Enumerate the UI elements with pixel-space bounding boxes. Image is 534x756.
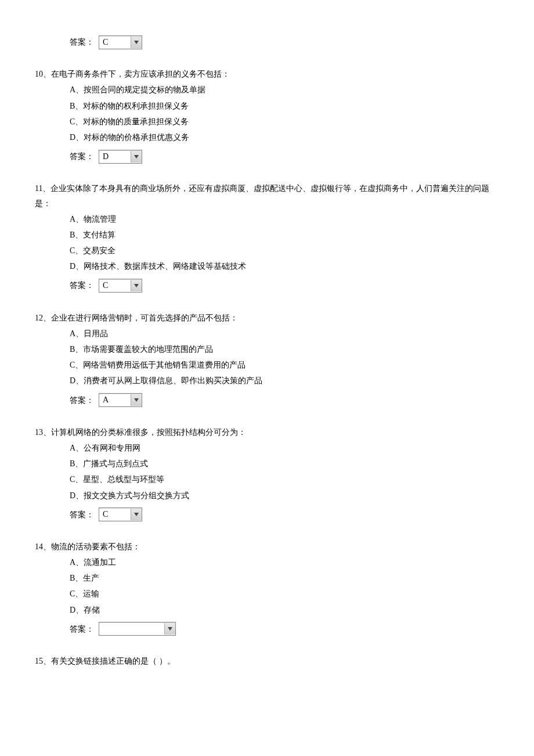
svg-marker-4	[134, 513, 139, 516]
answer-dropdown-q12[interactable]: A	[99, 393, 142, 407]
dropdown-value: A	[99, 394, 131, 406]
chevron-down-icon	[131, 37, 142, 48]
option-d: D、对标的物的价格承担优惠义务	[70, 130, 499, 145]
option-d: D、报文交换方式与分组交换方式	[70, 488, 499, 503]
question-12: 12、企业在进行网络营销时，可首先选择的产品不包括： A、日用品 B、市场需要覆…	[35, 311, 499, 388]
answer-dropdown-q13[interactable]: C	[99, 507, 142, 521]
option-a: A、公有网和专用网	[70, 441, 499, 455]
answer-label: 答案：	[70, 149, 94, 164]
question-10: 10、在电子商务条件下，卖方应该承担的义务不包括： A、按照合同的规定提交标的物…	[35, 67, 499, 145]
dropdown-value: D	[99, 151, 131, 163]
answer-row-q12: 答案： A	[70, 393, 499, 408]
option-d: D、存储	[70, 603, 499, 617]
option-c: C、星型、总线型与环型等	[70, 472, 499, 487]
chevron-down-icon	[131, 151, 142, 163]
question-13: 13、计算机网络的分类标准很多，按照拓扑结构分可分为： A、公有网和专用网 B、…	[35, 425, 499, 503]
chevron-down-icon	[131, 394, 142, 406]
dropdown-value: C	[99, 37, 131, 48]
option-a: A、日用品	[70, 326, 499, 341]
answer-label: 答案：	[70, 278, 94, 293]
option-d: D、消费者可从网上取得信息、即作出购买决策的产品	[70, 373, 499, 388]
chevron-down-icon	[164, 623, 175, 635]
option-c: C、交易安全	[70, 243, 499, 258]
option-a: A、物流管理	[70, 212, 499, 226]
dropdown-value	[99, 623, 164, 635]
option-b: B、市场需要覆盖较大的地理范围的产品	[70, 342, 499, 357]
question-11: 11、企业实体除了本身具有的商业场所外，还应有虚拟商厦、虚拟配送中心、虚拟银行等…	[35, 181, 499, 273]
option-b: B、支付结算	[70, 228, 499, 242]
answer-row-q10: 答案： D	[70, 149, 499, 164]
option-b: B、广播式与点到点式	[70, 456, 499, 471]
answer-label: 答案：	[70, 393, 94, 408]
question-stem: 10、在电子商务条件下，卖方应该承担的义务不包括：	[35, 67, 499, 81]
chevron-down-icon	[131, 509, 142, 520]
option-d: D、网络技术、数据库技术、网络建设等基础技术	[70, 259, 499, 273]
option-c: C、对标的物的质量承担担保义务	[70, 114, 499, 129]
chevron-down-icon	[131, 280, 142, 291]
option-a: A、按照合同的规定提交标的物及单据	[70, 82, 499, 97]
question-stem: 14、物流的活动要素不包括：	[35, 539, 499, 554]
answer-dropdown-q9[interactable]: C	[99, 35, 142, 49]
answer-dropdown-q11[interactable]: C	[99, 279, 142, 293]
svg-marker-2	[134, 284, 139, 287]
svg-marker-1	[134, 155, 139, 159]
answer-row-q9: 答案： C	[70, 35, 499, 49]
answer-dropdown-q10[interactable]: D	[99, 150, 142, 164]
svg-marker-5	[168, 627, 172, 631]
question-15: 15、有关交换链接描述正确的是（ ）。	[35, 654, 499, 668]
option-a: A、流通加工	[70, 555, 499, 570]
question-stem: 15、有关交换链接描述正确的是（ ）。	[35, 654, 499, 668]
option-b: B、生产	[70, 571, 499, 585]
question-stem: 11、企业实体除了本身具有的商业场所外，还应有虚拟商厦、虚拟配送中心、虚拟银行等…	[35, 181, 499, 210]
dropdown-value: C	[99, 509, 131, 520]
svg-marker-0	[134, 41, 139, 44]
question-stem: 12、企业在进行网络营销时，可首先选择的产品不包括：	[35, 311, 499, 325]
answer-label: 答案：	[70, 35, 94, 49]
question-14: 14、物流的活动要素不包括： A、流通加工 B、生产 C、运输 D、存储	[35, 539, 499, 617]
option-b: B、对标的物的权利承担担保义务	[70, 99, 499, 113]
answer-row-q13: 答案： C	[70, 507, 499, 522]
dropdown-value: C	[99, 280, 131, 291]
answer-row-q11: 答案： C	[70, 278, 499, 293]
answer-label: 答案：	[70, 622, 94, 636]
answer-row-q14: 答案：	[70, 622, 499, 636]
svg-marker-3	[134, 398, 139, 402]
answer-label: 答案：	[70, 507, 94, 522]
option-c: C、网络营销费用远低于其他销售渠道费用的产品	[70, 358, 499, 372]
question-stem: 13、计算机网络的分类标准很多，按照拓扑结构分可分为：	[35, 425, 499, 440]
answer-dropdown-q14[interactable]	[99, 622, 176, 636]
option-c: C、运输	[70, 586, 499, 601]
